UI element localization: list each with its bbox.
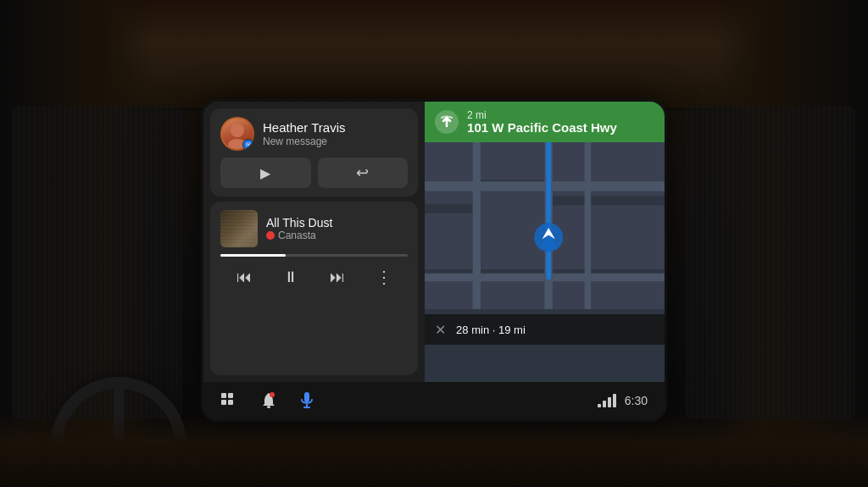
- notifications-button[interactable]: [261, 392, 276, 409]
- play-icon: ▶: [260, 165, 270, 181]
- svg-rect-3: [481, 140, 544, 180]
- aa-main-content: ✉ Heather Travis New message ▶: [203, 102, 665, 382]
- map-panel: 2 mi 101 W Pacific Coast Hwy ✕ 28 min · …: [425, 102, 665, 382]
- nav-distance: 2 mi: [467, 109, 617, 121]
- dashboard-background: ✉ Heather Travis New message ▶: [0, 0, 868, 487]
- progress-fill: [220, 254, 286, 257]
- microphone-icon: [300, 391, 314, 410]
- more-icon: ⋮: [376, 267, 392, 287]
- turn-arrow-container: [435, 110, 459, 134]
- message-subtitle: New message: [263, 136, 346, 147]
- speaker-grille-left: [13, 106, 182, 419]
- clock-display: 6:30: [625, 394, 648, 407]
- reply-icon: ↩: [356, 163, 369, 182]
- artist-name: Canasta: [278, 230, 316, 241]
- signal-strength-indicator: [598, 394, 616, 407]
- next-track-button[interactable]: ⏭: [322, 262, 353, 292]
- prev-track-button[interactable]: ⏮: [229, 262, 259, 292]
- navigation-banner: 2 mi 101 W Pacific Coast Hwy: [425, 102, 665, 142]
- next-icon: ⏭: [330, 268, 345, 286]
- message-actions: ▶ ↩: [220, 158, 408, 188]
- svg-rect-23: [304, 392, 309, 402]
- more-options-button[interactable]: ⋮: [369, 262, 399, 292]
- svg-rect-21: [267, 406, 270, 408]
- navigation-text: 2 mi 101 W Pacific Coast Hwy: [467, 109, 617, 136]
- bottom-bar-right: 6:30: [598, 394, 648, 407]
- signal-bar-1: [598, 404, 601, 407]
- signal-bar-4: [613, 394, 616, 407]
- svg-point-22: [270, 392, 275, 397]
- message-header: ✉ Heather Travis New message: [220, 117, 408, 151]
- signal-bar-2: [603, 401, 606, 407]
- avatar: ✉: [220, 117, 254, 151]
- reply-message-button[interactable]: ↩: [318, 158, 409, 188]
- close-nav-icon[interactable]: ✕: [435, 322, 446, 338]
- dashboard-bottom: [0, 415, 868, 487]
- svg-rect-20: [228, 400, 233, 405]
- album-art-texture: [220, 210, 258, 247]
- music-header: All This Dust Canasta: [220, 210, 408, 247]
- eta-bar: ✕ 28 min · 19 mi: [425, 314, 665, 345]
- screen-housing: ✉ Heather Travis New message ▶: [203, 102, 665, 419]
- prev-icon: ⏮: [236, 268, 252, 286]
- svg-rect-18: [228, 393, 233, 398]
- apps-button[interactable]: [220, 392, 237, 409]
- track-title: All This Dust: [266, 216, 408, 230]
- svg-rect-19: [221, 400, 226, 405]
- voice-assistant-button[interactable]: [300, 391, 314, 410]
- message-badge: ✉: [242, 139, 254, 151]
- apps-grid-icon: [220, 392, 237, 409]
- aa-left-panel: ✉ Heather Travis New message ▶: [203, 102, 425, 382]
- progress-bar[interactable]: [220, 254, 408, 257]
- music-info: All This Dust Canasta: [266, 216, 408, 241]
- svg-rect-12: [585, 140, 592, 309]
- pause-button[interactable]: ⏸: [275, 262, 306, 292]
- album-art: [220, 210, 258, 247]
- music-card: All This Dust Canasta: [210, 202, 418, 375]
- svg-rect-1: [425, 140, 473, 203]
- bottom-bar-left: [220, 391, 314, 410]
- android-auto-ui: ✉ Heather Travis New message ▶: [203, 102, 665, 419]
- play-message-button[interactable]: ▶: [220, 158, 311, 188]
- message-card: ✉ Heather Travis New message ▶: [210, 108, 418, 196]
- svg-rect-17: [221, 393, 226, 398]
- artist-row: Canasta: [266, 230, 408, 241]
- svg-rect-5: [481, 190, 544, 269]
- svg-rect-2: [425, 213, 473, 269]
- eta-info: 28 min · 19 mi: [456, 324, 526, 336]
- nav-street: 101 W Pacific Coast Hwy: [467, 121, 617, 136]
- music-controls: ⏮ ⏸ ⏭ ⋮: [220, 262, 408, 292]
- turn-arrow-icon: [439, 114, 454, 130]
- svg-point-15: [534, 223, 563, 252]
- signal-bar-3: [608, 397, 611, 407]
- speaker-grille-right: [686, 106, 855, 419]
- svg-rect-10: [473, 140, 481, 309]
- bell-icon: [261, 392, 276, 409]
- music-source-dot: [266, 231, 275, 240]
- sender-name: Heather Travis: [263, 120, 346, 136]
- svg-rect-6: [553, 206, 665, 269]
- bottom-bar: 6:30: [203, 382, 665, 419]
- pause-icon: ⏸: [283, 268, 298, 286]
- message-info: Heather Travis New message: [263, 120, 346, 147]
